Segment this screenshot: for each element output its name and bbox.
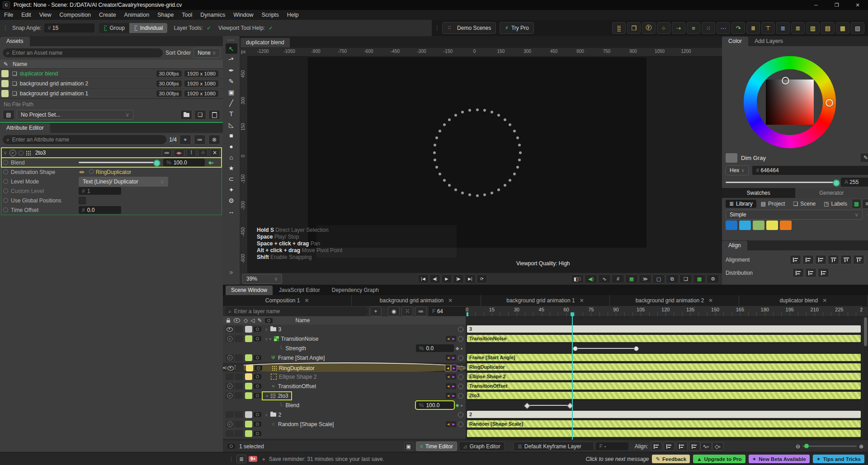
timeline-row[interactable]: 2to3 (466, 391, 863, 401)
swatch-more-button[interactable]: ⋯ (866, 211, 868, 218)
extra-slot[interactable] (235, 392, 243, 399)
zoom-dropdown[interactable]: 39%∨ (242, 274, 282, 284)
ellipse-tool[interactable]: ● (226, 141, 237, 151)
camera-icon[interactable] (265, 318, 273, 323)
color-eyedropper-button[interactable]: ✎ (860, 153, 868, 163)
footer-align-box[interactable] (689, 442, 700, 451)
timeline-row[interactable] (466, 400, 863, 410)
align-h-center-button[interactable] (802, 255, 814, 264)
layer-color-swatch[interactable] (245, 430, 252, 437)
extra-slot[interactable] (235, 373, 243, 380)
timeline-row[interactable]: Frame [Start Angle] (466, 353, 863, 363)
snap-angle-field[interactable]: # 15 (44, 23, 94, 33)
toggle-slot[interactable] (226, 373, 234, 380)
solo-toggle[interactable]: ✓ (227, 336, 232, 342)
keyframe-marker[interactable] (524, 403, 530, 409)
level-mode-dropdown[interactable]: Text (Lines)/ Duplicator∨ (79, 177, 168, 187)
camera-count[interactable]: ◧ 0 (571, 274, 584, 283)
comp-tab[interactable]: background grid animation✕ (352, 295, 481, 306)
group-mode-button[interactable]: ⣏Group (99, 23, 129, 33)
camera-toggle[interactable] (254, 393, 261, 398)
timeline-bar[interactable]: TransitionNoise (467, 335, 861, 342)
keyframe-diamond-icon[interactable]: ◆ (456, 346, 459, 351)
keyframe-diamond-icon[interactable]: ◆ (208, 160, 212, 165)
comp-tab[interactable]: background grid animation 1✕ (481, 295, 610, 306)
eyedropper-icon[interactable]: ✎ (4, 61, 8, 67)
layer-row-transitionoffset[interactable]: ✓≈TransitionOffset◀▶ (223, 381, 466, 391)
prev-keyframe-button[interactable]: ◀| (429, 274, 440, 283)
color-tab[interactable]: Color (722, 37, 748, 46)
layout-icon[interactable]: ▦ (625, 274, 638, 283)
connection-arrows[interactable]: ◀▶ (445, 365, 457, 371)
ease-curve-button[interactable]: ∿▸ (700, 442, 712, 451)
extra-slot[interactable] (236, 365, 244, 371)
attr-port[interactable] (3, 198, 8, 203)
visibility-icon[interactable] (234, 318, 240, 323)
display-filter-button[interactable]: ≔ (415, 306, 427, 316)
graph-editor-button[interactable]: ⊿Graph Editor (459, 442, 505, 451)
attr-number-field[interactable]: #1 (79, 187, 121, 195)
attr-number-field[interactable]: #0.0 (79, 206, 121, 214)
toggle-slot[interactable]: ✓ (226, 354, 234, 361)
timeline-row[interactable] (466, 343, 863, 353)
align-top-button[interactable] (828, 255, 839, 264)
attr-port[interactable] (3, 160, 8, 165)
viewport[interactable]: duplicator blend px-1200-1050-900-750-60… (240, 36, 722, 285)
grid-dots-icon[interactable]: ⣿ (612, 22, 626, 34)
libtab-scene[interactable]: ❏Scene (789, 200, 819, 208)
layer-circle[interactable] (458, 355, 463, 361)
timeline-row[interactable]: RingDuplicator (466, 362, 863, 372)
libtab-labels[interactable]: ◳Labels (820, 200, 851, 208)
timeline-row[interactable]: TransitionNoise (466, 334, 863, 344)
connection-arrows[interactable]: ◀▶ (446, 336, 456, 342)
footer-align-left[interactable] (651, 442, 662, 451)
audio-icon[interactable]: ◁ (250, 317, 255, 324)
libtab-library[interactable]: ≣Library (726, 200, 756, 208)
attr-circle[interactable] (19, 150, 24, 155)
play-button[interactable]: ▶ (441, 274, 452, 283)
toolbar-grip-2[interactable]: ⋮ (432, 25, 442, 31)
connection-arrows[interactable]: ◀▶ (79, 170, 85, 174)
pin-tool-icon[interactable]: ⊤ (761, 22, 775, 34)
add-layer-button[interactable]: + (370, 306, 382, 316)
layer-row-2[interactable]: ∨2 (223, 410, 466, 420)
asset-color-swatch[interactable] (1, 70, 9, 77)
layer-color-swatch[interactable] (245, 383, 252, 390)
timeline-row[interactable]: Random [Shape Scale] (466, 419, 863, 429)
expand-chevron-icon[interactable]: ∨ (265, 327, 268, 332)
viewport-tool-help-check-icon[interactable]: ✓ (269, 25, 273, 31)
close-attribute-icon[interactable]: ✕ (210, 149, 220, 157)
sv-selector[interactable] (782, 77, 789, 85)
expand-chevron-icon[interactable]: ∨ ● (265, 337, 272, 341)
camera-toggle[interactable] (254, 374, 261, 379)
visibility-toggle[interactable] (226, 327, 233, 332)
frame-f-icon[interactable]: Ⓕ (642, 22, 656, 34)
keyframe-marker[interactable] (573, 346, 578, 351)
menu-tool[interactable]: Tool (178, 12, 196, 18)
viewport-tab[interactable]: duplicator blend (241, 38, 290, 47)
attr-port[interactable] (3, 207, 8, 212)
attr-port[interactable] (3, 179, 8, 184)
timeline-panel[interactable]: 0153045607590105120135150165180195210225… (466, 306, 863, 440)
color-swatch[interactable] (766, 221, 778, 230)
expand-chevron-icon[interactable]: ∨ (265, 413, 268, 417)
assets-tab[interactable]: Assets (0, 37, 30, 46)
bounds-icon[interactable]: ▢ (652, 274, 665, 283)
render-icon[interactable]: ◇ (244, 317, 248, 324)
connection-arrows[interactable]: ◀▶ (446, 355, 456, 361)
transform-box-tool[interactable]: ◺ (226, 119, 237, 130)
layer-row-transitionnoise[interactable]: ✓∨ ●TransitionNoise◀▶ (223, 334, 466, 344)
expand-icon[interactable]: ▸ (461, 346, 463, 351)
footer-align-right[interactable] (676, 442, 688, 451)
solo-toggle[interactable]: ✓ (227, 393, 232, 399)
menu-file[interactable]: File (0, 12, 17, 18)
grid-rows-icon[interactable]: ▤ (821, 22, 835, 34)
extra-slot[interactable] (235, 430, 243, 437)
menu-create[interactable]: Create (95, 12, 120, 18)
row-dots-icon[interactable]: ⋯ (717, 22, 730, 34)
go-to-end-button[interactable]: ▶| (465, 274, 476, 283)
connection-arrows[interactable]: ◀▶ (446, 421, 456, 427)
solo-attributes-icon[interactable]: ≔ (162, 149, 172, 157)
star-tool[interactable]: ★ (226, 163, 237, 173)
swatch-grid-view-button[interactable]: ▦ (852, 199, 861, 209)
